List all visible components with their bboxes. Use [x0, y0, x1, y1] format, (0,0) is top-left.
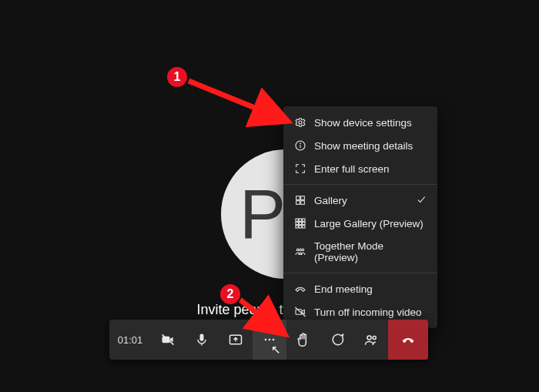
- camera-off-button[interactable]: [151, 320, 185, 360]
- menu-show-meeting-details[interactable]: Show meeting details: [283, 134, 437, 157]
- participants-button[interactable]: [354, 320, 388, 360]
- menu-item-label: Gallery: [314, 195, 347, 206]
- hang-up-button[interactable]: [388, 320, 428, 360]
- menu-item-label: Turn off incoming video: [314, 307, 422, 318]
- svg-rect-9: [299, 219, 301, 221]
- call-timer: 01:01: [109, 320, 151, 360]
- menu-item-label: Large Gallery (Preview): [314, 218, 424, 230]
- menu-together-mode[interactable]: Together Mode (Preview): [283, 235, 437, 269]
- fullscreen-icon: [294, 162, 306, 175]
- svg-point-18: [300, 249, 302, 251]
- avatar-initial: P: [239, 175, 286, 254]
- menu-item-label: Show device settings: [314, 117, 412, 129]
- annotation-arrow-1: [185, 73, 300, 131]
- menu-enter-full-screen[interactable]: Enter full screen: [283, 157, 437, 180]
- check-icon: [416, 194, 427, 207]
- svg-rect-11: [296, 222, 298, 224]
- menu-item-label: End meeting: [314, 283, 373, 295]
- svg-point-17: [296, 249, 299, 251]
- grid-3x3-icon: [294, 217, 306, 230]
- svg-rect-16: [303, 226, 305, 228]
- menu-divider: [283, 184, 437, 185]
- svg-rect-24: [200, 334, 204, 341]
- menu-item-label: Together Mode (Preview): [314, 240, 427, 263]
- svg-rect-15: [299, 226, 301, 228]
- annotation-callout-2: 2: [219, 283, 242, 306]
- svg-rect-7: [301, 201, 305, 205]
- svg-point-30: [373, 336, 376, 339]
- menu-item-label: Show meeting details: [314, 140, 413, 152]
- svg-rect-5: [301, 196, 305, 200]
- svg-rect-12: [299, 222, 301, 224]
- annotation-arrow-2: [235, 293, 296, 343]
- menu-end-meeting[interactable]: End meeting: [283, 277, 437, 300]
- menu-large-gallery[interactable]: Large Gallery (Preview): [283, 212, 437, 235]
- svg-line-32: [239, 299, 281, 331]
- menu-gallery[interactable]: Gallery: [283, 189, 437, 212]
- svg-rect-14: [296, 226, 298, 228]
- menu-divider: [283, 273, 437, 273]
- svg-rect-4: [296, 196, 300, 200]
- svg-rect-6: [296, 201, 300, 205]
- svg-line-21: [295, 307, 305, 317]
- svg-rect-8: [296, 219, 298, 221]
- grid-2x2-icon: [294, 194, 306, 206]
- svg-point-29: [367, 336, 371, 340]
- info-icon: [294, 139, 306, 152]
- svg-point-3: [300, 143, 301, 144]
- annotation-callout-1: 1: [166, 65, 189, 89]
- more-actions-menu: Show device settings Show meeting detail…: [283, 106, 437, 328]
- svg-rect-10: [303, 219, 305, 221]
- svg-line-31: [189, 81, 283, 119]
- microphone-button[interactable]: [185, 320, 219, 360]
- together-mode-icon: [294, 246, 306, 258]
- svg-rect-13: [303, 222, 305, 224]
- menu-item-label: Enter full screen: [314, 163, 390, 175]
- chat-button[interactable]: [320, 320, 354, 360]
- menu-show-device-settings[interactable]: Show device settings: [283, 111, 437, 134]
- svg-point-19: [302, 249, 304, 251]
